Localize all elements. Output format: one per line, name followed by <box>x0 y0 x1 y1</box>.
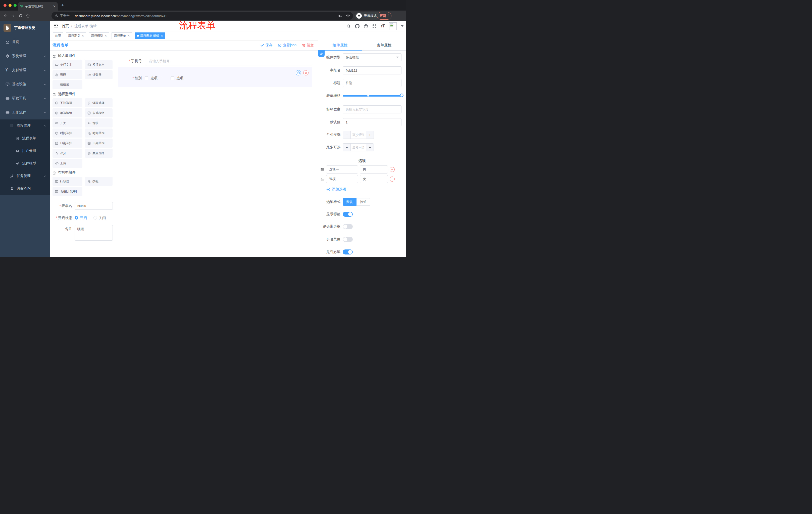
field-name-input[interactable] <box>343 66 402 75</box>
help-icon[interactable] <box>364 24 368 28</box>
search-icon[interactable] <box>346 24 351 28</box>
security-label[interactable]: 不安全 <box>60 13 69 18</box>
palette-item-row-container[interactable]: 行容器 <box>53 177 82 186</box>
sidebar-item-workflow[interactable]: 工作流程 <box>0 105 50 119</box>
component-type-select[interactable]: 多选框组 <box>343 53 402 61</box>
palette-item-button[interactable]: 按钮 <box>85 177 113 186</box>
palette-item-time-range[interactable]: 时间范围 <box>85 129 113 138</box>
close-icon[interactable]: ✕ <box>127 34 129 37</box>
option-name-input[interactable] <box>326 175 358 183</box>
slider-handle[interactable] <box>400 93 404 97</box>
palette-item-slider[interactable]: 滑块 <box>85 118 113 128</box>
option-value-input[interactable] <box>360 165 388 173</box>
browser-tab[interactable]: 芋道管理系统 ✕ <box>18 2 58 10</box>
palette-item-single-text[interactable]: 单行文本 <box>53 60 82 69</box>
avatar-broken-image[interactable] <box>389 22 397 30</box>
new-tab-button[interactable]: + <box>61 3 64 7</box>
palette-item-select[interactable]: 下拉选择 <box>53 98 82 107</box>
required-switch[interactable] <box>343 249 353 254</box>
label-width-input[interactable] <box>343 105 402 113</box>
reload-icon[interactable] <box>19 14 22 18</box>
increase-button[interactable]: + <box>366 143 374 151</box>
sidebar-item-process-model[interactable]: 流程模型 <box>0 157 50 170</box>
tag-process-form-edit[interactable]: 流程表单-编辑✕ <box>135 32 165 39</box>
slider-track[interactable] <box>343 95 402 97</box>
tag-process-definition[interactable]: 流程定义✕ <box>66 32 86 39</box>
close-icon[interactable]: ✕ <box>82 34 84 37</box>
sidebar-item-home[interactable]: 首页 <box>0 35 50 49</box>
gender-option-1[interactable]: 选项一 <box>145 76 161 80</box>
bookmark-star-icon[interactable] <box>346 14 350 18</box>
browser-update-button[interactable]: 更新 <box>377 12 392 20</box>
window-close-button[interactable] <box>3 4 6 7</box>
sidebar-item-system[interactable]: 系统管理 <box>0 49 50 63</box>
sidebar-item-task-mgmt[interactable]: 任务管理 <box>0 170 50 182</box>
style-button-button[interactable]: 按钮 <box>356 198 370 206</box>
show-label-switch[interactable] <box>343 212 353 217</box>
remark-textarea[interactable]: 嘿嘿 <box>75 225 113 241</box>
back-icon[interactable] <box>3 14 7 18</box>
sidebar-item-payment[interactable]: ¥ 支付管理 <box>0 63 50 77</box>
save-button[interactable]: 保存 <box>261 43 272 48</box>
drag-handle-icon[interactable] <box>321 177 324 181</box>
form-name-input[interactable] <box>75 202 113 210</box>
tab-form-props[interactable]: 表单属性 <box>362 40 406 50</box>
palette-item-switch[interactable]: 开关 <box>53 118 82 128</box>
key-icon[interactable] <box>338 14 342 18</box>
title-input[interactable] <box>343 79 402 87</box>
close-icon[interactable]: ✕ <box>105 34 107 37</box>
sidebar-item-infra[interactable]: 基础设施 <box>0 77 50 91</box>
copy-component-button[interactable] <box>296 70 301 76</box>
palette-item-password[interactable]: 密码 <box>53 70 82 79</box>
max-select-input[interactable] <box>351 143 366 151</box>
selected-component-block[interactable]: 性别 选项一 选项二 <box>118 66 312 87</box>
sidebar-item-user-group[interactable]: 用户分组 <box>0 144 50 157</box>
option-name-input[interactable] <box>326 165 358 173</box>
checkbox[interactable] <box>171 77 174 80</box>
option-value-input[interactable] <box>360 175 388 183</box>
palette-item-radio-group[interactable]: 单选框组 <box>53 108 82 117</box>
style-default-button[interactable]: 默认 <box>343 198 356 206</box>
decrease-button[interactable]: − <box>343 131 351 139</box>
breadcrumb-home[interactable]: 首页 <box>62 24 69 28</box>
palette-item-counter[interactable]: 123 计数器 <box>85 70 113 79</box>
checkbox[interactable] <box>145 77 148 80</box>
add-option-button[interactable]: 添加选项 <box>326 187 406 192</box>
window-zoom-button[interactable] <box>13 4 17 7</box>
palette-item-color-picker[interactable]: 颜色选择 <box>85 148 113 158</box>
tag-home[interactable]: 首页 <box>53 32 63 39</box>
min-select-input[interactable] <box>351 131 366 139</box>
palette-item-time-picker[interactable]: 时间选择 <box>53 129 82 138</box>
status-radio-on[interactable]: 开启 <box>75 214 87 221</box>
default-value-input[interactable] <box>343 118 402 126</box>
palette-item-editor[interactable]: 编辑器 <box>53 80 82 89</box>
status-radio-off[interactable]: 关闭 <box>93 214 106 221</box>
sidebar-collapse-icon[interactable] <box>54 24 58 29</box>
address-bar[interactable]: 不安全 dashboard.yudao.iocoder.cn/bpm/manag… <box>52 12 353 20</box>
forward-icon[interactable] <box>11 14 15 18</box>
clear-button[interactable]: 清空 <box>302 43 314 48</box>
sidebar-item-process-form[interactable]: 流程表单 <box>0 132 50 144</box>
view-json-button[interactable]: 查看json <box>278 43 296 48</box>
sidebar-logo[interactable]: 芋道管理系统 <box>0 21 50 35</box>
palette-item-table[interactable]: 表格[开发中] <box>53 187 82 196</box>
palette-item-date-range[interactable]: 日期范围 <box>85 139 113 147</box>
tag-process-form[interactable]: 流程表单✕ <box>112 32 132 39</box>
tab-component-props[interactable]: 组件属性 <box>318 40 362 50</box>
close-icon[interactable]: ✕ <box>161 34 163 37</box>
link-handle[interactable] <box>318 51 325 57</box>
tab-close-icon[interactable]: ✕ <box>53 4 56 8</box>
palette-item-rate[interactable]: 评分 <box>53 148 82 158</box>
gender-option-2[interactable]: 选项二 <box>171 76 187 80</box>
tag-process-model[interactable]: 流程模型✕ <box>89 32 109 39</box>
github-icon[interactable] <box>355 24 359 28</box>
phone-input[interactable] <box>145 57 312 65</box>
palette-item-multi-text[interactable]: 多行文本 <box>85 60 113 69</box>
remove-option-button[interactable]: − <box>390 167 395 172</box>
delete-component-button[interactable] <box>303 70 309 76</box>
decrease-button[interactable]: − <box>343 143 351 151</box>
palette-item-upload[interactable]: 上传 <box>53 159 82 168</box>
font-size-icon[interactable]: TT <box>381 24 385 28</box>
home-icon[interactable] <box>26 14 30 18</box>
phone-field-row[interactable]: 手机号 <box>115 57 318 65</box>
